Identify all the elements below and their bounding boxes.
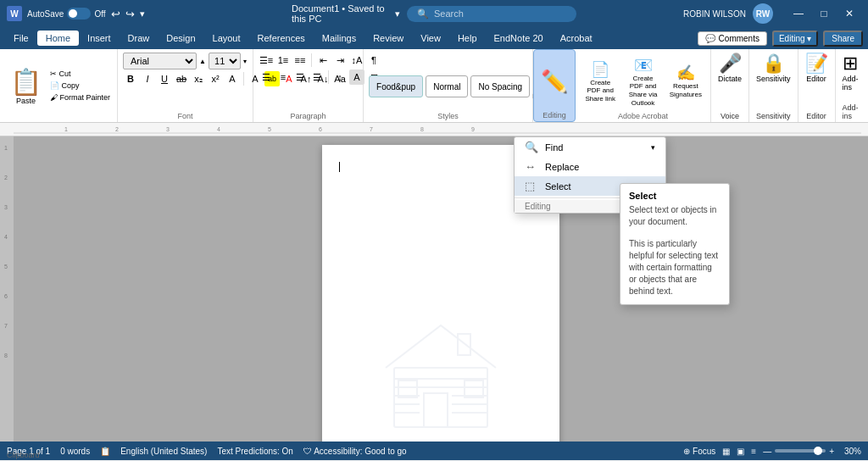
maximize-button[interactable]: □ — [812, 5, 836, 22]
svg-text:5: 5 — [268, 126, 271, 132]
font-size-up[interactable]: ▾ — [242, 58, 248, 65]
focus-button[interactable]: ⊕ Focus — [683, 447, 715, 456]
autosave-area: AutoSave Off — [27, 8, 106, 19]
zoom-in-icon[interactable]: + — [829, 447, 834, 456]
title-bar: W AutoSave Off ↩ ↪ ▾ Document1 • Saved t… — [0, 0, 868, 27]
create-pdf-outlook-button[interactable]: 📧 Create PDF and Share via Outlook — [623, 54, 662, 108]
zoom-level[interactable]: 30% — [837, 447, 861, 456]
dictate-label: Dictate — [718, 75, 742, 83]
find-dropdown-item[interactable]: 🔍 Find ▾ — [515, 137, 665, 157]
zoom-slider[interactable] — [775, 449, 826, 453]
tooltip-title: Select — [629, 191, 721, 201]
increase-indent-button[interactable]: ⇥ — [332, 53, 348, 68]
menu-design[interactable]: Design — [158, 31, 203, 46]
editor-label: Editor — [806, 112, 826, 120]
editing-group[interactable]: ✏️ Editing — [533, 49, 576, 122]
line-spacing-button[interactable]: ↕ — [332, 69, 348, 85]
font-size-down[interactable]: ▲ — [198, 58, 207, 65]
read-mode-button[interactable]: ≡ — [751, 447, 756, 456]
menu-insert[interactable]: Insert — [79, 31, 120, 46]
editing-button[interactable]: Editing ▾ — [772, 31, 818, 47]
sort-button[interactable]: ↕A — [349, 53, 364, 68]
replace-dropdown-item[interactable]: ↔ Replace — [515, 157, 665, 176]
menu-home[interactable]: Home — [37, 31, 79, 46]
menu-layout[interactable]: Layout — [204, 31, 249, 46]
font-group: Arial ▲ 11 ▾ B I U ab x₂ x² A A ab A — [118, 49, 253, 122]
font-family-select[interactable]: Arial — [123, 53, 197, 69]
bullets-button[interactable]: ☰≡ — [259, 53, 274, 68]
redo-icon[interactable]: ↪ — [125, 8, 135, 20]
svg-text:6: 6 — [319, 126, 322, 132]
clear-format-button[interactable]: A — [225, 71, 240, 86]
italic-button[interactable]: I — [140, 71, 155, 86]
page-margin: 1 2 3 4 5 6 7 8 — [0, 136, 14, 442]
dictate-button[interactable]: 🎤 Dictate — [718, 53, 742, 83]
margin-num-7: 7 — [0, 323, 12, 329]
font-group-label: Font — [123, 110, 248, 120]
close-button[interactable]: ✕ — [837, 5, 861, 22]
house-watermark — [373, 313, 509, 433]
para-sep2 — [328, 70, 329, 84]
font-size-select[interactable]: 11 — [209, 53, 241, 69]
numbering-button[interactable]: 1≡ — [275, 53, 291, 68]
request-signatures-icon: ✍ — [676, 64, 695, 82]
zoom-out-icon[interactable]: — — [763, 447, 771, 456]
align-left-button[interactable]: ☰ — [259, 69, 274, 85]
document-area[interactable]: 🔍 Find ▾ ↔ Replace ⬚ Select ▾ Editing Se… — [14, 136, 868, 442]
justify-button[interactable]: ☰ — [309, 69, 325, 85]
style-nospacing-button[interactable]: No Spacing — [470, 75, 530, 97]
subscript-button[interactable]: x₂ — [191, 71, 206, 86]
multilevel-button[interactable]: ≡≡ — [292, 53, 308, 68]
menu-endnote[interactable]: EndNote 20 — [486, 31, 552, 46]
shading-button[interactable]: A — [349, 69, 364, 85]
autosave-toggle[interactable] — [67, 8, 91, 19]
addins-button[interactable]: ⊞ Add-ins — [843, 53, 859, 92]
search-input[interactable] — [434, 8, 566, 19]
menu-mailings[interactable]: Mailings — [314, 31, 364, 46]
replace-icon: ↔ — [525, 160, 538, 173]
svg-text:1: 1 — [64, 126, 68, 132]
quick-access-more[interactable]: ▾ — [140, 8, 145, 19]
create-pdf-share-button[interactable]: 📄 Create PDF and Share link — [581, 58, 620, 105]
title-arrow[interactable]: ▾ — [395, 8, 400, 19]
menu-view[interactable]: View — [412, 31, 449, 46]
comments-button[interactable]: 💬 Comments — [698, 31, 767, 46]
web-layout-button[interactable]: ▣ — [737, 447, 744, 456]
menu-acrobat[interactable]: Acrobat — [552, 31, 601, 46]
minimize-button[interactable]: — — [787, 5, 810, 22]
menu-draw[interactable]: Draw — [120, 31, 159, 46]
style-food-button[interactable]: Food&pup — [369, 75, 423, 97]
strikethrough-button[interactable]: ab — [174, 71, 189, 86]
undo-icon[interactable]: ↩ — [111, 8, 120, 20]
sensitivity-button[interactable]: 🔒 Sensitivity — [756, 53, 791, 83]
style-normal-button[interactable]: Normal — [426, 75, 468, 97]
copy-button[interactable]: 📄 Copy — [47, 81, 114, 91]
decrease-indent-button[interactable]: ⇤ — [315, 53, 331, 68]
share-button[interactable]: Share — [823, 31, 863, 47]
superscript-button[interactable]: x² — [208, 71, 223, 86]
menu-file[interactable]: File — [5, 31, 37, 46]
language-indicator[interactable]: English (United States) — [120, 447, 207, 456]
replace-label: Replace — [545, 162, 579, 172]
paragraph-group-label: Paragraph — [259, 110, 358, 120]
request-signatures-button[interactable]: ✍ Request Signatures — [666, 62, 705, 100]
print-layout-button[interactable]: ▦ — [722, 447, 730, 456]
cut-button[interactable]: ✂ Cut — [47, 69, 114, 79]
format-painter-button[interactable]: 🖌 Format Painter — [47, 92, 114, 103]
menu-review[interactable]: Review — [364, 31, 412, 46]
editor-button[interactable]: 📝 Editor — [805, 53, 828, 83]
find-arrow: ▾ — [651, 143, 655, 152]
user-avatar[interactable]: RW — [753, 3, 773, 24]
paste-button[interactable]: 📋 Paste — [7, 65, 45, 107]
align-right-button[interactable]: ☰ — [292, 69, 308, 85]
sensitivity-icon: 🔒 — [762, 53, 785, 75]
word-logo: W — [7, 6, 22, 21]
underline-button[interactable]: U — [157, 71, 172, 86]
bold-button[interactable]: B — [123, 71, 138, 86]
menu-help[interactable]: Help — [449, 31, 486, 46]
menu-references[interactable]: References — [249, 31, 314, 46]
title-bar-left: W AutoSave Off ↩ ↪ ▾ — [7, 6, 292, 21]
align-center-button[interactable]: ≡ — [275, 69, 291, 85]
request-signatures-label: Request Signatures — [670, 82, 702, 98]
status-right: ⊕ Focus ▦ ▣ ≡ — + 30% — [683, 447, 861, 456]
